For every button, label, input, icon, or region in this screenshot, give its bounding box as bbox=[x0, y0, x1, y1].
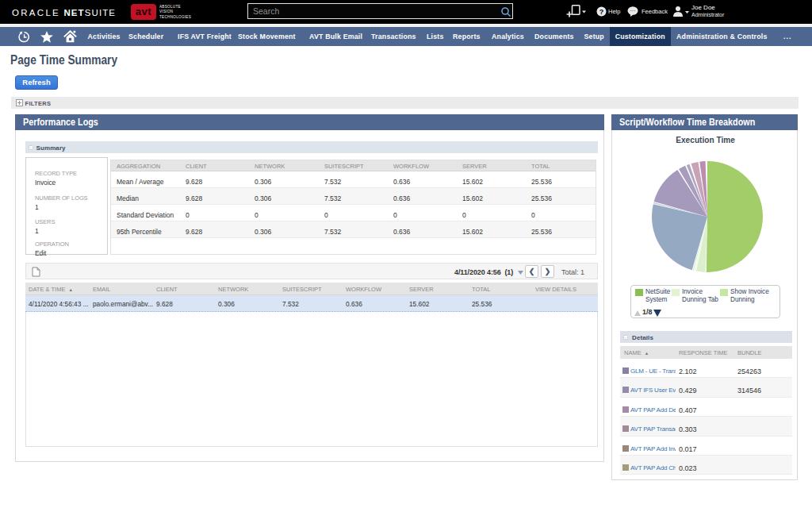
svg-text:?: ? bbox=[599, 8, 604, 16]
svg-text:···: ··· bbox=[630, 8, 636, 13]
